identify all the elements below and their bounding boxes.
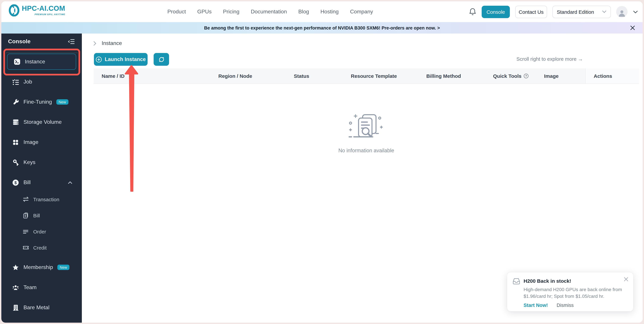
toast-close-icon[interactable] (624, 277, 628, 282)
avatar[interactable] (616, 6, 628, 18)
top-navbar: HPC-AI.COM PREMIUM GPU, ANYTIME Product … (1, 1, 643, 22)
grid-icon (12, 139, 19, 146)
page: HPC-AI.COM PREMIUM GPU, ANYTIME Product … (0, 0, 644, 324)
logo-title: HPC-AI.COM (22, 4, 65, 12)
empty-state: No information available (94, 84, 639, 204)
sidebar-item-credit[interactable]: Credit (6, 241, 77, 254)
terminal-icon (14, 58, 20, 65)
sidebar-item-image[interactable]: Image (6, 134, 77, 150)
sidebar-item-job[interactable]: Job (6, 74, 77, 90)
refresh-icon (158, 56, 165, 63)
sidebar-item-label: Storage Volume (24, 119, 62, 125)
sidebar-item-membership[interactable]: Membership New (6, 259, 77, 275)
svg-text:$: $ (14, 180, 16, 185)
help-icon[interactable]: ? (524, 74, 528, 78)
launch-instance-button[interactable]: Launch Instance (94, 53, 148, 66)
list-lines-icon (22, 228, 29, 235)
nav-blog[interactable]: Blog (298, 9, 309, 15)
no-data-illustration (346, 113, 386, 140)
toast-body: High-demand H200 GPUs are back online fr… (524, 286, 624, 300)
edition-select[interactable]: Standard Edition (552, 6, 611, 18)
sidebar-item-storage-volume[interactable]: Storage Volume (6, 114, 77, 130)
key-icon (12, 159, 19, 166)
account-menu-chevron-icon[interactable] (633, 10, 638, 13)
svg-text:?: ? (525, 74, 527, 78)
sidebar-item-bill[interactable]: Bill (6, 208, 77, 222)
star-icon (12, 264, 19, 271)
team-icon (12, 284, 19, 291)
logo-mark-icon (9, 4, 20, 16)
breadcrumb-chevron-icon[interactable] (93, 41, 96, 46)
sidebar-item-keys[interactable]: Keys (6, 154, 77, 170)
column-header-resource-template: Resource Template (343, 68, 418, 84)
user-icon (618, 9, 626, 18)
sidebar-divider (6, 53, 78, 53)
sidebar-item-label: Bill (33, 212, 40, 218)
app-window: HPC-AI.COM PREMIUM GPU, ANYTIME Product … (1, 1, 643, 323)
sidebar-item-label: Transaction (33, 196, 59, 202)
announcement-banner[interactable]: Be among the first to experience the nex… (1, 22, 643, 34)
nav-gpus[interactable]: GPUs (197, 9, 212, 15)
sidebar-item-order[interactable]: Order (6, 225, 77, 238)
launch-instance-label: Launch Instance (105, 56, 146, 62)
scroll-hint[interactable]: Scroll right to explore more → (516, 56, 583, 62)
building-icon (12, 304, 19, 311)
nav-pricing[interactable]: Pricing (223, 9, 240, 15)
transfer-icon (22, 196, 29, 203)
sidebar-item-label: Image (24, 139, 38, 145)
main-nav: Product GPUs Pricing Documentation Blog … (167, 1, 373, 22)
new-badge: New (56, 99, 68, 105)
toast-notification: H200 Back in stock! High-demand H200 GPU… (507, 272, 633, 311)
column-header-name-id: Name / ID (94, 68, 210, 84)
toast-dismiss-link[interactable]: Dismiss (556, 302, 574, 308)
empty-state-text: No information available (338, 148, 394, 154)
checklist-icon (12, 78, 19, 85)
sidebar-item-bill-group[interactable]: $ Bill (6, 174, 77, 190)
toast-start-now-link[interactable]: Start Now! (524, 302, 548, 308)
toast-title: H200 Back in stock! (524, 278, 624, 285)
sidebar-item-label: Credit (33, 245, 46, 250)
sidebar-item-label: Order (33, 228, 46, 234)
sidebar-item-label: Bill (24, 180, 31, 186)
sidebar-item-label: Instance (25, 59, 45, 65)
nav-hosting[interactable]: Hosting (320, 9, 339, 15)
invoice-icon (22, 212, 29, 219)
sidebar: Console Instance Job (1, 34, 82, 323)
refresh-button[interactable] (154, 53, 169, 66)
sidebar-item-label: Bare Metal (24, 304, 50, 310)
sidebar-item-team[interactable]: Team (6, 280, 77, 296)
breadcrumb: Instance (93, 40, 122, 46)
table-header-row: Name / ID Region / Node Status Resource … (94, 68, 639, 84)
column-header-billing-method: Billing Method (418, 68, 485, 84)
collapse-sidebar-icon[interactable] (68, 38, 75, 45)
sidebar-item-label: Job (24, 79, 32, 85)
sidebar-item-instance[interactable]: Instance (7, 54, 76, 70)
inbox-icon (512, 278, 520, 285)
banner-close-icon[interactable] (630, 25, 635, 30)
nav-documentation[interactable]: Documentation (251, 9, 287, 15)
sidebar-item-label: Fine-Tuning (24, 99, 52, 105)
logo-tagline: PREMIUM GPU, ANYTIME (34, 13, 65, 16)
contact-us-button[interactable]: Contact Us (515, 6, 547, 18)
sidebar-item-fine-tuning[interactable]: Fine-Tuning New (6, 94, 77, 110)
sidebar-item-label: Keys (24, 159, 36, 165)
sidebar-item-bare-metal[interactable]: Bare Metal (6, 300, 77, 316)
storage-icon (12, 118, 19, 126)
plus-circle-icon (96, 56, 102, 62)
column-header-image: Image (536, 68, 585, 84)
sidebar-item-label: Team (24, 284, 36, 290)
nav-product[interactable]: Product (167, 9, 186, 15)
logo[interactable]: HPC-AI.COM PREMIUM GPU, ANYTIME (9, 4, 65, 16)
console-button[interactable]: Console (482, 6, 510, 18)
chevron-down-icon (602, 10, 606, 13)
notification-bell-icon[interactable] (469, 8, 476, 16)
sidebar-header: Console (1, 38, 82, 45)
edition-select-value: Standard Edition (557, 9, 594, 14)
topbar-right: Console Contact Us Standard Edition (469, 1, 638, 22)
announcement-text[interactable]: Be among the first to experience the nex… (204, 25, 440, 30)
column-header-actions: Actions (585, 68, 639, 84)
sidebar-item-label: Membership (24, 264, 53, 270)
sidebar-item-transaction[interactable]: Transaction (6, 192, 77, 206)
nav-company[interactable]: Company (350, 9, 373, 15)
chevron-up-icon (68, 181, 72, 184)
